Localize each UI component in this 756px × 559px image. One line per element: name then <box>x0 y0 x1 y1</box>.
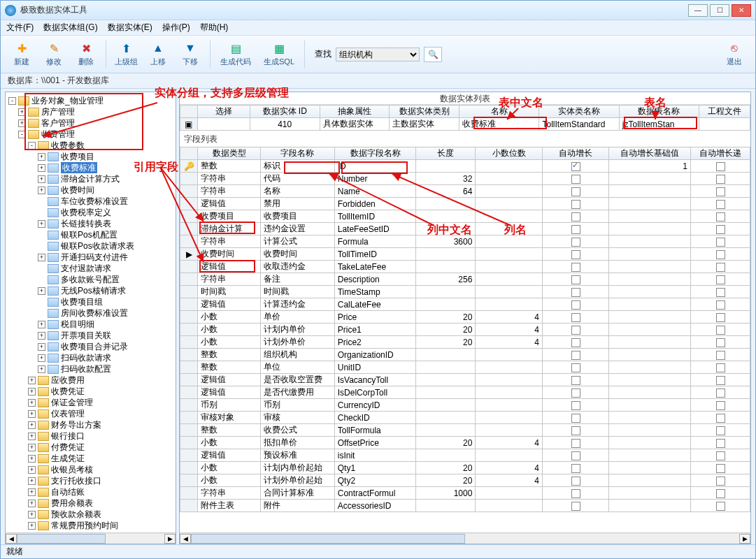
tree-node[interactable]: +收银员考核 <box>7 464 174 475</box>
field-row[interactable]: 字符串备注Description256 <box>180 273 750 286</box>
tree-node[interactable]: +滞纳金计算方式 <box>7 173 174 184</box>
checkbox[interactable] <box>716 263 725 272</box>
toggle-icon[interactable]: + <box>38 287 45 295</box>
tree-node[interactable]: +支行托收接口 <box>7 475 174 486</box>
toggle-icon[interactable]: + <box>28 477 36 485</box>
minimize-button[interactable]: — <box>688 4 708 17</box>
toggle-icon[interactable]: + <box>38 321 45 328</box>
checkbox[interactable] <box>571 300 580 310</box>
checkbox[interactable] <box>716 451 725 460</box>
field-row[interactable]: 字符串名称Name64 <box>180 185 750 198</box>
toggle-icon[interactable]: + <box>38 187 45 194</box>
checkbox[interactable] <box>716 376 725 385</box>
field-row[interactable]: 时间戳时间戳TimeStamp <box>180 286 750 298</box>
toggle-icon[interactable]: + <box>28 377 36 384</box>
tree-node[interactable]: +税目明细 <box>7 319 174 330</box>
find-button[interactable]: 🔍 <box>424 47 442 62</box>
maximize-button[interactable]: ☐ <box>710 4 729 17</box>
field-row[interactable]: 小数计划外单价Price2204 <box>180 336 750 349</box>
checkbox[interactable] <box>716 250 725 259</box>
checkbox[interactable] <box>571 389 580 398</box>
toggle-icon[interactable]: + <box>18 119 26 127</box>
field-row[interactable]: 整数组织机构OrganizationID <box>180 349 750 361</box>
checkbox[interactable] <box>571 338 580 347</box>
checkbox[interactable] <box>716 477 725 486</box>
new-button[interactable]: ✚新建 <box>6 41 37 67</box>
toggle-icon[interactable]: + <box>38 254 45 261</box>
tree-node[interactable]: +房产管理 <box>7 106 174 117</box>
field-row[interactable]: ▶收费时间收费时间TollTimeID <box>180 248 750 261</box>
checkbox[interactable] <box>716 225 725 234</box>
field-row[interactable]: 逻辑值预设标准isInit <box>180 449 750 462</box>
tree-node[interactable]: +应收费用 <box>7 375 174 386</box>
field-row[interactable]: 小数抵扣单价OffsetPrice204 <box>180 437 750 449</box>
tree-node[interactable]: +收费项目 <box>7 151 174 162</box>
grid-hscroll[interactable]: ◀ ▶ <box>180 532 750 544</box>
tree-node[interactable]: +银行接口 <box>7 430 174 442</box>
toggle-icon[interactable]: + <box>28 500 36 507</box>
field-row[interactable]: 整数收费公式TollFormula <box>180 424 750 437</box>
upgroup-button[interactable]: ⬆上级组 <box>110 41 141 67</box>
menu-entity[interactable]: 数据实体(E) <box>108 22 152 34</box>
menu-help[interactable]: 帮助(H) <box>200 22 229 34</box>
field-row[interactable]: 币别币别CurrencyID <box>180 399 750 412</box>
edit-button[interactable]: ✎修改 <box>38 41 69 67</box>
checkbox[interactable] <box>571 451 580 460</box>
checkbox[interactable] <box>571 200 580 209</box>
checkbox[interactable] <box>571 376 580 385</box>
tree-node[interactable]: +费用余额表 <box>7 498 174 509</box>
find-select[interactable]: 组织机构 <box>336 48 420 61</box>
tree-node[interactable]: 银联Pos机配置 <box>7 229 174 240</box>
checkbox[interactable] <box>716 401 725 410</box>
tree-node[interactable]: +收费标准 <box>7 162 174 173</box>
tree-node[interactable]: -收费管理 <box>7 129 174 140</box>
checkbox[interactable] <box>571 238 580 247</box>
gensql-button[interactable]: ▦生成SQL <box>258 41 300 67</box>
field-row[interactable]: 小数计划内单价Price1204 <box>180 324 750 336</box>
checkbox[interactable] <box>571 263 580 272</box>
tree-node[interactable]: +开票项目关联 <box>7 330 174 341</box>
tree-node[interactable]: +常规费用预约时间 <box>7 520 174 531</box>
checkbox[interactable] <box>716 200 725 209</box>
checkbox[interactable] <box>571 477 580 486</box>
toggle-icon[interactable]: + <box>28 511 36 518</box>
toggle-icon[interactable]: + <box>28 444 36 451</box>
field-row[interactable]: 逻辑值收取违约金TakeLateFee <box>180 261 750 273</box>
tree-node[interactable]: -业务对象_物业管理 <box>7 95 174 106</box>
tree[interactable]: -业务对象_物业管理+房产管理+客户管理-收费管理-收费参数+收费项目+收费标准… <box>6 92 176 532</box>
toggle-icon[interactable]: - <box>18 131 26 138</box>
exit-button[interactable]: ⎋退出 <box>719 41 750 67</box>
toggle-icon[interactable]: + <box>38 175 45 183</box>
checkbox[interactable] <box>571 502 580 511</box>
tree-node[interactable]: +扫码收款配置 <box>7 363 174 375</box>
delete-button[interactable]: ✖删除 <box>71 41 101 67</box>
menu-file[interactable]: 文件(F) <box>6 22 34 34</box>
checkbox[interactable] <box>571 489 580 498</box>
entity-grid[interactable]: 选择数据实体 ID抽象属性数据实体类别名称实体类名称数据表名称工程文件 ▣410… <box>180 105 750 131</box>
checkbox[interactable] <box>716 300 725 310</box>
tree-node[interactable]: 银联Pos收款请求表 <box>7 240 174 252</box>
toggle-icon[interactable]: + <box>28 399 36 407</box>
toggle-icon[interactable]: + <box>38 343 45 351</box>
checkbox[interactable] <box>571 414 580 423</box>
checkbox[interactable] <box>716 313 725 322</box>
checkbox[interactable] <box>716 175 725 184</box>
toggle-icon[interactable]: + <box>38 153 45 161</box>
tree-node[interactable]: +收费凭证 <box>7 386 174 397</box>
tree-hscroll[interactable]: ◀ ▶ <box>6 532 176 544</box>
scroll-left-icon[interactable]: ◀ <box>180 534 191 544</box>
checkbox[interactable] <box>716 363 725 372</box>
tree-node[interactable]: +无线Pos核销请求 <box>7 285 174 296</box>
close-button[interactable]: ✕ <box>732 4 751 17</box>
checkbox[interactable] <box>716 338 725 347</box>
tree-node[interactable]: +预收款余额表 <box>7 509 174 520</box>
moveup-button[interactable]: ▲上移 <box>143 41 173 67</box>
checkbox[interactable] <box>571 187 580 196</box>
menu-op[interactable]: 操作(P) <box>162 22 190 34</box>
tree-node[interactable]: +收费时间 <box>7 184 174 196</box>
toggle-icon[interactable]: + <box>28 433 36 440</box>
field-row[interactable]: 小数计划内单价起始Qty1204 <box>180 462 750 474</box>
checkbox[interactable] <box>716 464 725 473</box>
checkbox[interactable] <box>571 464 580 473</box>
menu-group[interactable]: 数据实体组(G) <box>43 22 97 34</box>
